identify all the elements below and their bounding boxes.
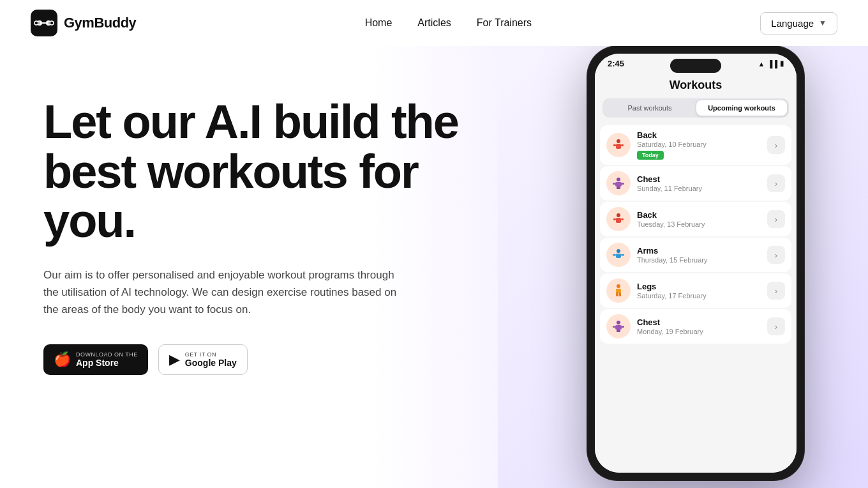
signal-icon: ▐▐ [767,60,777,68]
screen-title: Workouts [595,76,797,98]
nav-home[interactable]: Home [365,17,393,29]
svg-rect-15 [622,183,624,185]
workout-arrow[interactable]: › [767,246,785,264]
workout-tabs: Past workouts Upcoming workouts [602,98,789,118]
workout-info-back-2: Back Tuesday, 13 February [637,210,761,228]
svg-rect-5 [39,22,49,24]
today-badge: Today [637,151,664,160]
workout-name: Chest [637,174,761,184]
google-badge-main: Google Play [185,358,237,368]
workout-item-chest-2[interactable]: Chest Monday, 19 February › [600,309,791,344]
workout-item-arms[interactable]: Arms Thursday, 15 February › [600,238,791,272]
apple-icon: 🍎 [54,351,71,368]
workout-info-legs: Legs Saturday, 17 February [637,282,761,300]
headline-line3: you. [43,194,135,247]
svg-rect-27 [616,292,618,296]
svg-point-12 [617,178,620,181]
apple-badge-sub: Download on the [76,351,138,358]
hero-subtext: Our aim is to offer personalised and enj… [43,266,401,319]
workout-item-back-today[interactable]: Back Saturday, 10 February Today › [600,125,791,165]
svg-rect-20 [621,218,624,220]
svg-rect-19 [613,218,616,220]
nav: Home Articles For Trainers [365,17,532,29]
svg-rect-10 [613,144,616,146]
workout-date: Sunday, 11 February [637,185,761,192]
dynamic-island [670,59,721,73]
header: GymBuddy Home Articles For Trainers Lang… [0,0,868,46]
workout-avatar-back-2 [606,207,631,231]
nav-articles[interactable]: Articles [417,17,451,29]
svg-rect-32 [622,326,624,328]
workout-arrow[interactable]: › [767,282,785,300]
workout-info-arms: Arms Thursday, 15 February [637,246,761,264]
svg-rect-28 [619,292,622,296]
workout-date: Saturday, 10 February [637,141,761,148]
battery-icon: ▮ [780,59,784,68]
phone-content: Workouts Past workouts Upcoming workouts [595,71,797,473]
svg-rect-31 [613,326,615,328]
svg-rect-16 [617,187,620,189]
svg-rect-13 [615,182,622,187]
workout-avatar-legs [606,278,631,303]
workout-date: Thursday, 15 February [637,256,761,264]
tab-upcoming-workouts[interactable]: Upcoming workouts [696,100,787,116]
google-play-badge[interactable]: ▶ GET IT ON Google Play [158,344,248,375]
headline-line2: best workouts for [43,145,418,198]
svg-rect-30 [615,325,622,330]
svg-rect-23 [613,254,616,256]
svg-rect-9 [616,144,621,149]
hero-left: Let our A.I build the best workouts for … [0,46,498,413]
workout-name: Arms [637,246,761,255]
google-badge-sub: GET IT ON [185,351,237,358]
svg-rect-11 [621,144,624,146]
workout-arrow[interactable]: › [767,317,785,335]
workout-name: Chest [637,317,761,327]
apple-store-badge[interactable]: 🍎 Download on the App Store [43,344,148,375]
workout-avatar-back [606,133,631,157]
google-play-icon: ▶ [169,351,180,368]
nav-for-trainers[interactable]: For Trainers [477,17,532,29]
wifi-icon: ▲ [758,60,765,68]
svg-rect-14 [613,183,615,185]
workout-name: Back [637,130,761,140]
svg-point-21 [617,249,620,253]
phone-time: 2:45 [608,59,624,68]
language-button[interactable]: Language ▼ [760,12,837,34]
workout-date: Monday, 19 February [637,328,761,335]
svg-point-25 [617,284,620,288]
phone-status-icons: ▲ ▐▐ ▮ [758,59,784,68]
workout-item-legs[interactable]: Legs Saturday, 17 February › [600,273,791,308]
chevron-down-icon: ▼ [819,19,827,27]
svg-point-17 [617,213,620,217]
workout-list: Back Saturday, 10 February Today › [595,125,797,473]
workout-item-back-2[interactable]: Back Tuesday, 13 February › [600,202,791,236]
workout-info-chest-2: Chest Monday, 19 February [637,317,761,335]
workout-avatar-arms [606,243,631,267]
workout-info-chest-1: Chest Sunday, 11 February [637,174,761,192]
svg-point-29 [617,321,620,324]
phone-screen: 2:45 ▲ ▐▐ ▮ Workouts Past workouts Upcom… [595,54,797,473]
workout-avatar-chest-2 [606,314,631,339]
workout-arrow[interactable]: › [767,174,785,192]
workout-item-chest-1[interactable]: Chest Sunday, 11 February › [600,166,791,201]
phone-shell: 2:45 ▲ ▐▐ ▮ Workouts Past workouts Upcom… [587,46,804,480]
workout-name: Legs [637,282,761,291]
workout-arrow[interactable]: › [767,136,785,154]
logo[interactable]: GymBuddy [31,10,136,36]
svg-rect-24 [621,254,624,256]
workout-arrow[interactable]: › [767,210,785,228]
tab-past-workouts[interactable]: Past workouts [604,100,695,116]
headline-line1: Let our A.I build the [43,95,458,148]
hero-section: Let our A.I build the best workouts for … [0,46,868,488]
workout-avatar-chest-1 [606,171,631,195]
workout-date: Saturday, 17 February [637,292,761,300]
phone-mockup: 2:45 ▲ ▐▐ ▮ Workouts Past workouts Upcom… [587,46,817,488]
svg-point-8 [617,139,620,143]
language-label: Language [771,18,814,29]
logo-text: GymBuddy [64,15,136,31]
apple-badge-main: App Store [76,358,138,368]
logo-icon [31,10,57,36]
workout-name: Back [637,210,761,220]
svg-rect-33 [617,330,620,332]
hero-headline: Let our A.I build the best workouts for … [43,97,467,246]
